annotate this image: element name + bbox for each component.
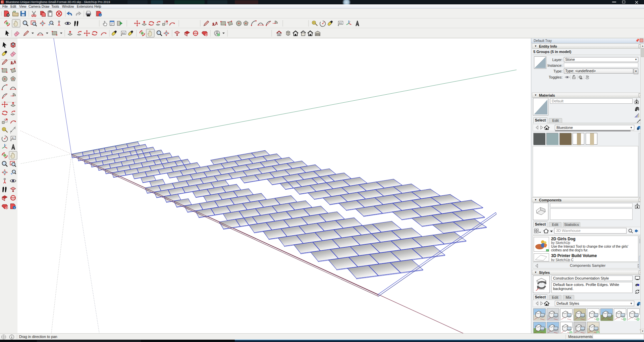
svg-text:D: D: [547, 250, 548, 252]
svg-text:A1: A1: [339, 21, 342, 25]
svg-text:A1: A1: [12, 137, 15, 140]
svg-text:A1: A1: [122, 32, 125, 35]
